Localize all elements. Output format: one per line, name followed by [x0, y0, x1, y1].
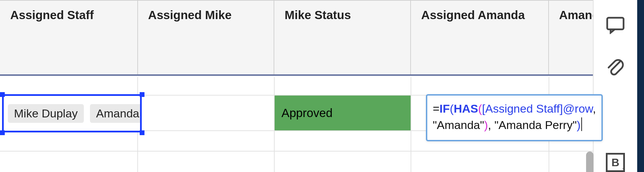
formula-comma: ,	[593, 102, 596, 115]
vertical-scrollbar-thumb[interactable]	[586, 152, 594, 172]
cell-amanda-status[interactable]	[549, 77, 593, 95]
contact-chip[interactable]: Amanda	[90, 104, 142, 123]
column-header-mike-status[interactable]: Mike Status	[274, 1, 411, 74]
formula-function-has: HAS	[454, 102, 478, 115]
formula-open-paren-outer: (	[450, 102, 454, 115]
formula-close-paren-inner: )	[484, 118, 488, 131]
column-header-row: Assigned Staff Assigned Mike Mike Status…	[0, 0, 593, 76]
cell-assigned-staff[interactable]	[0, 152, 138, 172]
column-header-assigned-staff[interactable]: Assigned Staff	[0, 1, 138, 74]
table-row[interactable]	[0, 152, 593, 172]
cell-mike-status[interactable]: Approved	[275, 96, 411, 130]
cell-assigned-mike[interactable]	[138, 77, 275, 95]
cell-mike-status[interactable]	[275, 131, 411, 151]
text-cursor	[581, 117, 582, 131]
right-rail: B↓	[593, 0, 637, 172]
cell-assigned-mike[interactable]	[138, 96, 275, 130]
selection-handle-bottom-left[interactable]	[0, 130, 5, 135]
formula-close-paren-outer: )	[577, 118, 580, 131]
cell-assigned-amanda[interactable]	[411, 152, 549, 172]
formula-function-if: IF	[440, 102, 450, 115]
window-edge	[637, 0, 644, 172]
formula-eq: =	[433, 102, 440, 115]
table-row[interactable]	[0, 77, 593, 96]
cell-mike-status[interactable]	[275, 77, 411, 95]
formula-open-paren-inner: (	[478, 102, 482, 115]
column-header-assigned-mike[interactable]: Assigned Mike	[138, 1, 275, 74]
formula-editor[interactable]: =IF(HAS([Assigned Staff]@row, "Amanda"),…	[426, 94, 603, 141]
formula-column-reference: [Assigned Staff]	[482, 102, 563, 115]
cell-assigned-staff[interactable]	[0, 131, 138, 151]
cell-assigned-amanda[interactable]	[411, 77, 549, 95]
column-header-assigned-amanda[interactable]: Assigned Amanda	[411, 1, 549, 74]
formula-at-row: @row	[563, 102, 593, 115]
formula-comma: ,	[488, 118, 494, 131]
comments-icon[interactable]	[605, 15, 626, 35]
formula-literal: "Amanda"	[433, 118, 484, 131]
status-badge-approved[interactable]: Approved	[275, 96, 411, 130]
cell-assigned-mike[interactable]	[138, 131, 275, 151]
selected-cell-assigned-staff[interactable]: Mike Duplay Amanda	[2, 94, 142, 132]
cell-assigned-staff[interactable]	[0, 77, 138, 95]
bold-format-icon[interactable]: B↓	[606, 153, 625, 172]
selection-handle-top-right[interactable]	[140, 92, 144, 97]
selection-handle-bottom-right[interactable]	[140, 130, 144, 135]
contact-chip[interactable]: Mike Duplay	[8, 104, 84, 123]
grid-body: Approved Mike Duplay Amanda	[0, 77, 593, 172]
cell-assigned-mike[interactable]	[138, 152, 275, 172]
attachments-icon[interactable]	[605, 56, 626, 76]
selection-handle-top-left[interactable]	[0, 92, 5, 97]
cell-mike-status[interactable]	[275, 152, 411, 172]
chevron-down-icon: ↓	[622, 162, 625, 171]
formula-literal: "Amanda Perry"	[494, 118, 577, 131]
column-header-amanda-status-truncated[interactable]: Amand	[549, 1, 593, 74]
svg-rect-0	[607, 18, 624, 29]
